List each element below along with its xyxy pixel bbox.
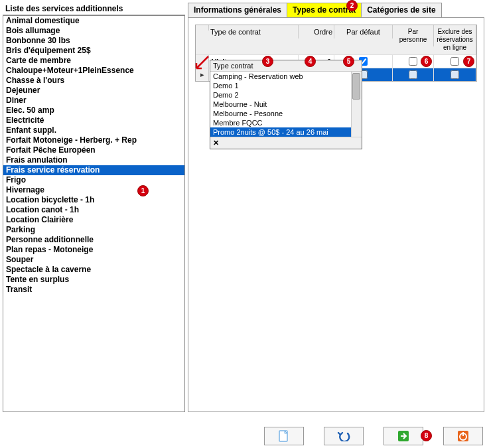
detail-panel: Informations générales Types de contrat …	[188, 3, 484, 412]
bottom-toolbar	[264, 427, 483, 445]
list-item[interactable]: Chaloupe+Moteur+1PleinEssence	[3, 66, 184, 76]
list-item[interactable]: Frais annulation	[3, 155, 184, 165]
list-item[interactable]: Plan repas - Motoneige	[3, 245, 184, 255]
services-title: Liste des services additionnels	[3, 3, 185, 15]
callout-5: 5	[343, 56, 354, 67]
list-item[interactable]: Dejeuner	[3, 86, 184, 96]
cell-pers-new[interactable]	[393, 68, 434, 81]
list-item[interactable]: Bois allumage	[3, 26, 184, 36]
col-type[interactable]: Type de contrat	[209, 25, 299, 38]
dropdown-option[interactable]: Membre FQCC	[210, 118, 362, 127]
list-item[interactable]: Souper	[3, 255, 184, 265]
dropdown-option[interactable]: Demo 1	[210, 81, 362, 90]
list-item[interactable]: Spectacle à la caverne	[3, 265, 184, 275]
new-button[interactable]	[264, 427, 304, 445]
tab-bar: Informations générales Types de contrat …	[188, 3, 484, 17]
list-item[interactable]: Location Clairière	[3, 215, 184, 225]
power-icon	[457, 430, 469, 442]
list-item[interactable]: Tente en surplus	[3, 275, 184, 285]
col-exclure[interactable]: Exclure des réservations en ligne	[434, 25, 476, 54]
apply-button[interactable]	[383, 427, 423, 445]
power-button[interactable]	[443, 427, 483, 445]
grid-header: Type de contrat Ordre Par défaut Par per…	[196, 25, 476, 54]
list-item[interactable]: Elec. 50 amp	[3, 106, 184, 115]
arrow-right-icon	[397, 430, 409, 442]
dropdown-close[interactable]: ✕	[210, 137, 362, 149]
col-default[interactable]: Par défaut	[334, 25, 393, 38]
excl-checkbox[interactable]	[451, 57, 459, 66]
callout-4: 4	[305, 56, 316, 67]
undo-icon	[337, 431, 350, 441]
tab-general[interactable]: Informations générales	[188, 3, 287, 17]
list-item[interactable]: Diner	[3, 96, 184, 106]
annotation-arrow	[192, 55, 211, 74]
tab-body: Type de contrat Ordre Par défaut Par per…	[188, 17, 484, 412]
list-item[interactable]: Location bicyclette - 1h	[3, 195, 184, 205]
callout-3: 3	[262, 56, 273, 67]
pers-checkbox-new[interactable]	[409, 70, 417, 79]
list-item[interactable]: Bris d'équipement 25$	[3, 46, 184, 56]
excl-checkbox-new[interactable]	[451, 70, 459, 79]
dropdown-body[interactable]: Camping - Reservation webDemo 1Demo 2Mel…	[210, 72, 362, 137]
list-item[interactable]: Bonbonne 30 lbs	[3, 36, 184, 46]
dropdown-scrollbar[interactable]	[351, 72, 362, 137]
undo-button[interactable]	[324, 427, 364, 445]
callout-1: 1	[137, 185, 149, 196]
type-contrat-dropdown[interactable]: Type contrat Camping - Reservation webDe…	[210, 60, 362, 149]
dropdown-option[interactable]: Camping - Reservation web	[210, 72, 362, 81]
col-ordre[interactable]: Ordre	[299, 25, 334, 38]
dropdown-option[interactable]: Melbourne - Nuit	[210, 100, 362, 109]
list-item[interactable]: Parking	[3, 225, 184, 235]
callout-7: 7	[463, 56, 474, 67]
col-par-personne[interactable]: Par personne	[393, 25, 434, 46]
dropdown-option[interactable]: Melbourne - Pesonne	[210, 109, 362, 118]
dropdown-scroll-thumb[interactable]	[352, 73, 360, 100]
dropdown-option[interactable]: Promo 2nuits @ 50$ - 24 au 26 mai	[210, 127, 362, 137]
tab-categories-site[interactable]: Catégories de site	[361, 3, 441, 17]
list-item[interactable]: Carte de membre	[3, 56, 184, 66]
list-item[interactable]: Frigo	[3, 175, 184, 185]
grid-header-margin	[196, 25, 209, 31]
list-item[interactable]: Forfait Pêche Européen	[3, 145, 184, 155]
dropdown-header: Type contrat	[210, 60, 362, 72]
callout-2: 2	[346, 0, 358, 11]
list-item[interactable]: Animal domestique	[3, 16, 184, 26]
list-item[interactable]: Location canot - 1h	[3, 205, 184, 215]
services-panel: Liste des services additionnels Animal d…	[3, 3, 185, 412]
callout-6: 6	[421, 56, 432, 67]
list-item[interactable]: Hivernage	[3, 185, 184, 195]
pers-checkbox[interactable]	[409, 57, 417, 66]
services-list[interactable]: Animal domestiqueBois allumageBonbonne 3…	[3, 15, 185, 412]
list-item[interactable]: Personne additionnelle	[3, 235, 184, 245]
cell-excl-new[interactable]	[434, 68, 476, 81]
document-icon	[279, 430, 289, 442]
list-item[interactable]: Chasse à l'ours	[3, 76, 184, 86]
dropdown-option[interactable]: Demo 2	[210, 90, 362, 100]
list-item[interactable]: Enfant suppl.	[3, 125, 184, 135]
list-item[interactable]: Transit	[3, 285, 184, 295]
list-item[interactable]: Electricité	[3, 115, 184, 125]
list-item[interactable]: Frais service réservation	[3, 165, 184, 175]
list-item[interactable]: Forfait Motoneige - Herberg. + Rep	[3, 135, 184, 145]
callout-8: 8	[421, 430, 432, 441]
